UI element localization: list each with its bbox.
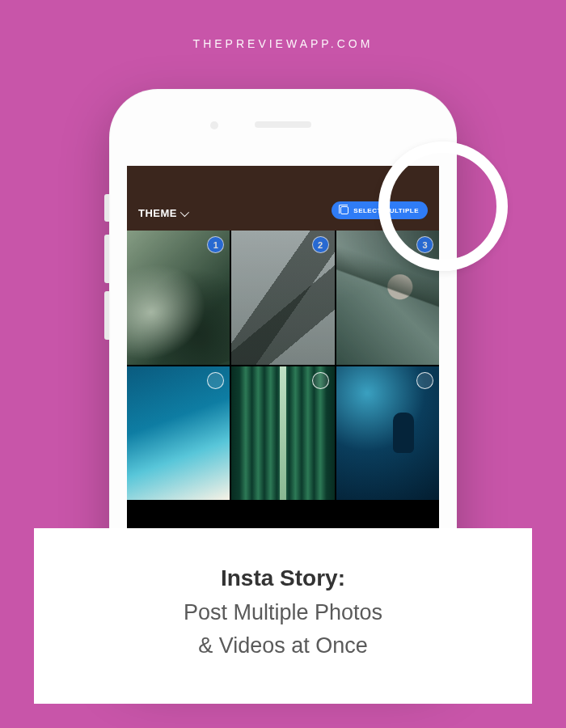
photo-tile[interactable]: 3	[336, 231, 439, 365]
photo-grid: 1 2 3	[127, 231, 439, 500]
selection-badge-empty	[416, 372, 433, 389]
photo-tile[interactable]: 2	[231, 231, 334, 365]
phone-speaker	[255, 121, 311, 128]
select-multiple-label: SELECT MULTIPLE	[353, 207, 419, 214]
stack-icon	[340, 206, 348, 214]
photo-tile[interactable]: 1	[127, 231, 230, 365]
selection-badge-empty	[207, 372, 224, 389]
phone-camera	[210, 121, 218, 129]
selection-badge: 3	[416, 236, 433, 253]
caption-subtitle: Post Multiple Photos & Videos at Once	[58, 596, 508, 662]
album-dropdown[interactable]: THEME	[138, 207, 187, 219]
caption-line: Post Multiple Photos	[184, 600, 382, 624]
caption-line: & Videos at Once	[198, 633, 368, 658]
thumbnail	[231, 231, 334, 365]
selection-badge: 2	[312, 236, 329, 253]
thumbnail	[127, 231, 230, 365]
album-dropdown-label: THEME	[138, 207, 177, 219]
chevron-down-icon	[180, 207, 189, 216]
select-multiple-button[interactable]: SELECT MULTIPLE	[332, 201, 428, 219]
photo-tile[interactable]	[336, 366, 439, 501]
photo-tile[interactable]	[127, 366, 230, 501]
selection-badge: 1	[207, 236, 224, 253]
caption-card: Insta Story: Post Multiple Photos & Vide…	[34, 528, 532, 704]
caption-title: Insta Story:	[58, 565, 508, 591]
photo-tile[interactable]	[231, 366, 334, 501]
thumbnail	[336, 231, 439, 365]
site-watermark: THEPREVIEWAPP.COM	[0, 37, 566, 50]
selection-badge-empty	[312, 372, 329, 389]
gallery-top-bar: THEME SELECT MULTIPLE	[127, 166, 439, 231]
